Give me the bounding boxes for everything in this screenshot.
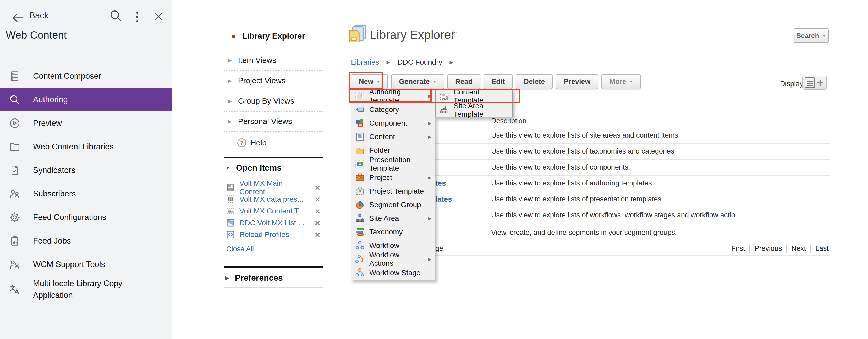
- close-item-icon[interactable]: ×: [315, 218, 320, 227]
- row-name-link[interactable]: lates: [435, 195, 452, 204]
- chevron-right-icon: ▶: [228, 98, 232, 104]
- sidebar-item-content-composer[interactable]: Content Composer: [0, 64, 172, 88]
- edit-button[interactable]: Edit: [484, 74, 513, 89]
- sidebar-item-label: Multi-locale Library Copy Application: [33, 278, 154, 301]
- tree-item-personal-views[interactable]: ▶ Personal Views: [224, 112, 323, 131]
- menu-item-label: Project: [369, 173, 392, 182]
- gear-icon: [8, 211, 22, 224]
- new-button[interactable]: New ▼: [351, 74, 388, 89]
- tree-item-project-views[interactable]: ▶ Project Views: [224, 71, 323, 91]
- tree-item-library-explorer[interactable]: Library Explorer: [224, 29, 323, 50]
- sidebar-item-label: Preview: [33, 117, 62, 129]
- open-item-row: Volt MX Main Content ×: [226, 181, 323, 193]
- back-arrow-icon[interactable]: [11, 11, 25, 25]
- menu-item-folder[interactable]: Folder: [351, 144, 435, 157]
- sidebar-item-label: Content Composer: [33, 70, 101, 82]
- open-item-link[interactable]: Volt MX Main Content: [239, 179, 310, 196]
- project-icon: [355, 173, 365, 182]
- menu-item-presentation-template[interactable]: Presentation Template: [351, 157, 435, 171]
- menu-item-project-template[interactable]: Project Template: [351, 184, 435, 198]
- breadcrumb-libraries-link[interactable]: Libraries: [351, 58, 379, 66]
- menu-item-label: Workflow Actions: [369, 251, 423, 268]
- menu-item-project[interactable]: Project ▶: [351, 171, 435, 184]
- overflow-menu-icon[interactable]: [136, 11, 138, 23]
- button-label: Read: [455, 78, 472, 86]
- search-icon[interactable]: [108, 8, 123, 23]
- menu-item-label: Authoring Template: [369, 88, 423, 104]
- favorite-star-icon[interactable]: ☆: [447, 26, 458, 40]
- folder-icon: [8, 141, 22, 153]
- left-sidebar: Back Web Content Content Composer Author…: [0, 0, 172, 339]
- open-item-link[interactable]: DDC Volt MX List ...: [239, 219, 304, 227]
- pagination-next[interactable]: Next: [791, 245, 806, 253]
- row-description: Use this view to explore lists of taxono…: [491, 147, 674, 156]
- sidebar-item-wcm-support-tools[interactable]: WCM Support Tools: [0, 253, 172, 276]
- menu-item-segment-group[interactable]: Segment Group: [351, 198, 435, 212]
- page-title: Library Explorer: [370, 28, 455, 42]
- add-view-icon[interactable]: +: [817, 78, 824, 87]
- open-item-link[interactable]: Volt MX data pres...: [239, 195, 303, 204]
- generate-button[interactable]: Generate ▼: [391, 74, 444, 89]
- submenu-item-content-template[interactable]: Content Template: [436, 89, 512, 103]
- divider: [224, 287, 323, 288]
- menu-item-workflow-actions[interactable]: Workflow Actions ▶: [351, 252, 435, 266]
- button-label: Edit: [491, 78, 505, 86]
- menu-item-content[interactable]: Content ▶: [351, 130, 435, 144]
- menu-item-label: Segment Group: [369, 201, 421, 209]
- content-icon: [226, 183, 235, 192]
- display-mode-toggle[interactable]: +: [802, 76, 827, 90]
- menu-item-label: Site Area Template: [454, 102, 509, 118]
- close-all-link[interactable]: Close All: [224, 241, 323, 262]
- divider: [786, 245, 787, 253]
- row-name-link[interactable]: tes: [435, 179, 446, 188]
- sidebar-item-authoring[interactable]: Authoring: [0, 88, 172, 111]
- help-link[interactable]: ? Help: [224, 132, 323, 152]
- sidebar-item-web-content-libraries[interactable]: Web Content Libraries: [0, 135, 172, 159]
- menu-item-site-area[interactable]: Site Area ▶: [351, 212, 435, 225]
- close-item-icon[interactable]: ×: [315, 207, 320, 215]
- menu-item-category[interactable]: Category: [351, 103, 435, 116]
- open-item-link[interactable]: Volt MX Content T...: [239, 207, 304, 215]
- pagination-previous[interactable]: Previous: [754, 245, 782, 253]
- sidebar-item-feed-configurations[interactable]: Feed Configurations: [0, 206, 172, 229]
- close-item-icon[interactable]: ×: [315, 230, 320, 239]
- pagination-last[interactable]: Last: [815, 245, 829, 253]
- sidebar-item-multi-locale-library-copy[interactable]: Multi-locale Library Copy Application: [0, 276, 172, 303]
- sidebar-item-subscribers[interactable]: Subscribers: [0, 182, 172, 206]
- open-items-header[interactable]: ▼ Open Items: [224, 158, 323, 177]
- search-button-label: Search: [797, 32, 819, 40]
- close-item-icon[interactable]: ×: [315, 183, 320, 192]
- translate-icon: [8, 283, 22, 296]
- sidebar-item-syndicators[interactable]: Syndicators: [0, 159, 172, 182]
- close-item-icon[interactable]: ×: [315, 195, 320, 204]
- chevron-down-icon: ▼: [822, 33, 826, 38]
- search-button[interactable]: Search ▼: [794, 28, 829, 43]
- list-view-icon[interactable]: [805, 77, 815, 88]
- menu-item-label: Workflow: [369, 241, 399, 250]
- menu-item-authoring-template[interactable]: Authoring Template ▶: [351, 89, 435, 103]
- submenu-item-site-area-template[interactable]: Site Area Template: [436, 103, 512, 117]
- more-button[interactable]: More ▼: [601, 74, 641, 89]
- menu-item-workflow-stage[interactable]: Workflow Stage: [351, 266, 435, 280]
- sidebar-item-label: Subscribers: [33, 188, 76, 200]
- sidebar-nav: Content Composer Authoring Preview Web C…: [0, 64, 172, 303]
- tree-item-item-views[interactable]: ▶ Item Views: [224, 50, 323, 70]
- sidebar-item-preview[interactable]: Preview: [0, 111, 172, 135]
- menu-item-workflow[interactable]: Workflow: [351, 239, 435, 252]
- preferences-header[interactable]: ▶ Preferences: [224, 268, 323, 287]
- open-item-link[interactable]: Reload Profiles: [239, 231, 289, 239]
- close-icon[interactable]: [152, 10, 165, 23]
- preview-button[interactable]: Preview: [556, 74, 598, 89]
- pagination-first[interactable]: First: [731, 245, 745, 253]
- sidebar-item-feed-jobs[interactable]: Feed Jobs: [0, 229, 172, 253]
- menu-item-taxonomy[interactable]: Taxonomy: [351, 225, 435, 239]
- display-label: Display:: [780, 80, 805, 88]
- menu-item-component[interactable]: Component ▶: [351, 116, 435, 130]
- open-items-title: Open Items: [236, 163, 282, 173]
- tree-item-group-by-views[interactable]: ▶ Group By Views: [224, 91, 323, 111]
- read-button[interactable]: Read: [447, 74, 480, 89]
- sidebar-item-label: Authoring: [33, 94, 68, 106]
- back-button[interactable]: Back: [29, 10, 49, 21]
- chevron-right-icon: ▶: [228, 78, 232, 84]
- delete-button[interactable]: Delete: [516, 74, 553, 89]
